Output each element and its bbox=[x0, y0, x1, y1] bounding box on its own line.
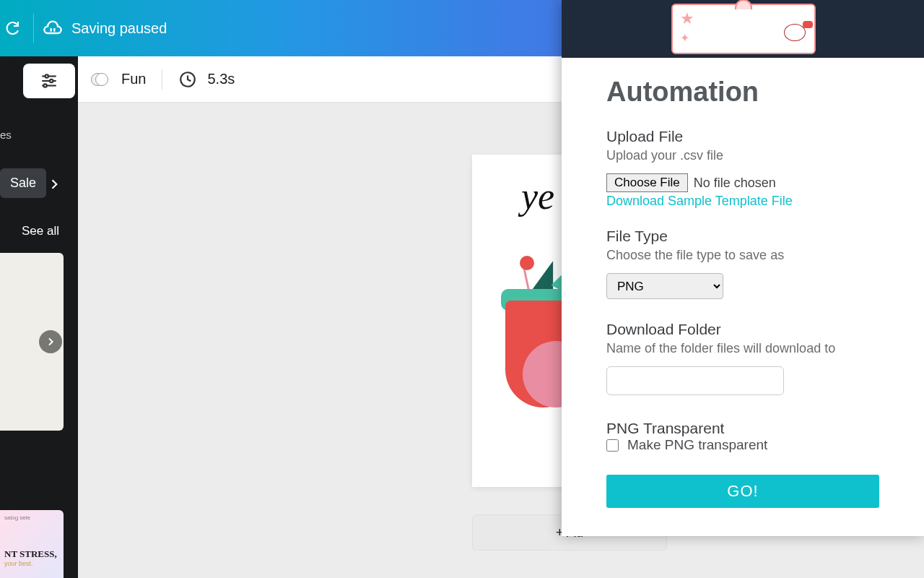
filter-button[interactable] bbox=[23, 64, 75, 98]
transparent-label[interactable]: Make PNG transparent bbox=[627, 437, 767, 453]
extension-logo: ★ ✦ bbox=[671, 4, 816, 54]
download-sample-link[interactable]: Download Sample Template File bbox=[606, 194, 793, 209]
folder-heading: Download Folder bbox=[606, 321, 897, 338]
thumbnail-small-text: salog sele bbox=[4, 514, 59, 521]
choose-file-button[interactable]: Choose File bbox=[606, 173, 688, 192]
clock-icon[interactable] bbox=[178, 70, 197, 89]
svg-point-5 bbox=[50, 79, 53, 82]
folder-sub: Name of the folder files will download t… bbox=[606, 341, 897, 356]
thumbnail-sub-text: your best. bbox=[4, 560, 59, 567]
sale-tag-button[interactable]: Sale bbox=[0, 168, 46, 198]
transparent-heading: PNG Transparent bbox=[606, 420, 897, 437]
transition-name[interactable]: Fun bbox=[121, 71, 146, 87]
file-chosen-status: No file chosen bbox=[694, 176, 776, 191]
filetype-heading: File Type bbox=[606, 228, 897, 245]
upload-heading: Upload File bbox=[606, 128, 897, 145]
save-status-text: Saving paused bbox=[71, 20, 167, 37]
go-button[interactable]: GO! bbox=[606, 475, 879, 508]
redo-button[interactable] bbox=[0, 16, 25, 40]
tags-next-button[interactable] bbox=[40, 171, 68, 198]
download-folder-input[interactable] bbox=[606, 366, 784, 395]
cloud-paused-icon bbox=[43, 18, 63, 38]
svg-point-7 bbox=[43, 84, 46, 87]
templates-sidebar: es Sale See all COMING SOON salog sele N… bbox=[0, 56, 78, 578]
extension-header: ★ ✦ bbox=[562, 0, 924, 58]
see-all-link[interactable]: See all bbox=[22, 224, 59, 238]
transparent-checkbox[interactable] bbox=[606, 439, 619, 452]
transition-icon[interactable] bbox=[91, 69, 111, 90]
automation-extension-panel: ★ ✦ Automation Upload File Upload your .… bbox=[562, 0, 924, 536]
thumbnail-big-text: NT STRESS, bbox=[4, 548, 59, 560]
filetype-sub: Choose the file type to save as bbox=[606, 248, 897, 263]
template-thumbnail[interactable]: COMING SOON bbox=[0, 253, 64, 431]
filetype-select[interactable]: PNG bbox=[606, 273, 723, 299]
design-script-text: ye bbox=[521, 175, 554, 217]
template-thumbnail[interactable]: salog sele NT STRESS, your best. bbox=[0, 510, 64, 578]
thumbnails-next-button[interactable] bbox=[39, 330, 62, 353]
svg-point-3 bbox=[45, 74, 48, 77]
duration-value[interactable]: 5.3s bbox=[207, 71, 235, 87]
upload-sub: Upload your .csv file bbox=[606, 148, 897, 163]
panel-title: Automation bbox=[606, 77, 897, 108]
sidebar-category-label: es bbox=[0, 129, 12, 141]
